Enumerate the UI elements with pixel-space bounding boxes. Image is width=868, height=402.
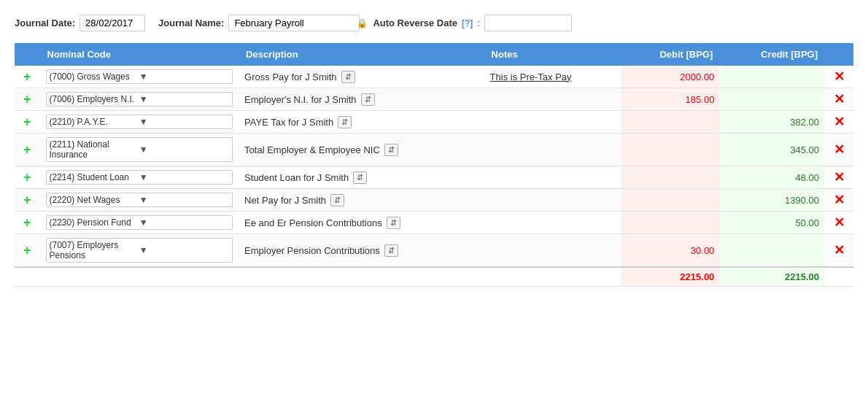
delete-row-button[interactable]: ✕ [831,115,848,128]
col-nominal-header: Nominal Code [40,43,239,66]
delete-row-button[interactable]: ✕ [831,93,848,106]
table-row: +(2220) Net Wages▼Net Pay for J Smith⇵13… [15,189,853,212]
debit-cell [621,166,720,189]
delete-row-button[interactable]: ✕ [831,70,848,83]
totals-row: 2215.002215.00 [15,267,853,287]
debit-cell: 185.00 [621,88,720,111]
chevron-down-icon[interactable]: ▼ [139,144,229,155]
description-cell: PAYE Tax for J Smith⇵ [244,116,478,128]
nominal-code-select[interactable]: (2220) Net Wages▼ [46,193,233,207]
auto-reverse-group: Auto Reverse Date [?]: [373,15,572,31]
table-row: +(2214) Student Loan▼Student Loan for J … [15,166,853,189]
credit-cell [720,234,825,268]
col-description-header: Description [239,43,484,66]
auto-reverse-help[interactable]: [?] [462,18,473,28]
lock-icon: 🔒 [357,18,368,28]
nominal-code-select[interactable]: (2230) Pension Fund▼ [46,215,233,230]
chevron-down-icon[interactable]: ▼ [139,117,229,127]
nominal-code-value: (7000) Gross Wages [50,71,139,82]
nominal-code-select[interactable]: (2210) P.A.Y.E.▼ [46,115,233,129]
auto-reverse-input[interactable] [484,15,572,31]
description-cell: Net Pay for J Smith⇵ [244,194,478,206]
col-debit-header: Debit [BPG] [621,43,720,66]
debit-cell [621,212,720,234]
journal-name-label: Journal Name: [158,18,224,28]
description-cell: Total Employer & Employee NIC⇵ [244,144,478,156]
table-row: +(7006) Employers N.I.▼Employer's N.I. f… [15,88,853,111]
total-debit: 2215.00 [621,267,720,287]
col-credit-header: Credit [BPG] [720,43,825,66]
sort-button[interactable]: ⇵ [353,171,367,184]
sort-button[interactable]: ⇵ [384,144,398,156]
description-text: Total Employer & Employee NIC [244,144,380,155]
chevron-down-icon[interactable]: ▼ [139,172,229,182]
credit-cell [720,88,825,111]
nominal-code-value: (7007) Employers Pensions [50,240,139,260]
chevron-down-icon[interactable]: ▼ [139,94,229,104]
notes-cell [484,234,621,268]
delete-row-button[interactable]: ✕ [831,244,848,257]
add-row-button[interactable]: + [20,193,34,206]
table-row: +(7007) Employers Pensions▼Employer Pens… [15,234,853,268]
table-row: +(2211) National Insurance▼Total Employe… [15,134,853,166]
add-row-button[interactable]: + [20,143,34,156]
add-row-button[interactable]: + [20,115,34,128]
description-cell: Ee and Er Pension Contributions⇵ [244,217,478,229]
sort-button[interactable]: ⇵ [384,244,398,257]
delete-row-button[interactable]: ✕ [831,143,848,156]
table-row: +(2230) Pension Fund▼Ee and Er Pension C… [15,212,853,234]
journal-name-input[interactable] [234,18,357,28]
sort-button[interactable]: ⇵ [330,194,344,206]
sort-button[interactable]: ⇵ [341,71,355,83]
journal-date-label: Journal Date: [15,18,75,28]
add-row-button[interactable]: + [20,171,34,184]
notes-cell [484,189,621,212]
description-text: PAYE Tax for J Smith [244,117,333,128]
credit-cell: 1390.00 [720,189,825,212]
add-row-button[interactable]: + [20,244,34,257]
journal-date-input[interactable] [80,15,145,31]
debit-cell [621,134,720,166]
nominal-code-value: (2211) National Insurance [50,139,139,160]
credit-cell: 48.00 [720,166,825,189]
description-text: Student Loan for J Smith [244,172,349,183]
col-notes-header: Notes [484,43,621,66]
nominal-code-value: (2230) Pension Fund [50,217,139,228]
col-add [15,43,40,66]
nominal-code-value: (2214) Student Loan [50,172,139,182]
debit-cell: 30.00 [621,234,720,268]
chevron-down-icon[interactable]: ▼ [139,195,229,205]
sort-button[interactable]: ⇵ [338,116,352,128]
delete-row-button[interactable]: ✕ [831,193,848,206]
chevron-down-icon[interactable]: ▼ [139,71,229,82]
sort-button[interactable]: ⇵ [361,93,375,106]
chevron-down-icon[interactable]: ▼ [139,245,229,255]
description-text: Employer's N.I. for J Smith [244,94,356,105]
debit-cell: 2000.00 [621,66,720,88]
credit-cell: 50.00 [720,212,825,234]
nominal-code-value: (7006) Employers N.I. [50,94,139,104]
add-row-button[interactable]: + [20,216,34,229]
nominal-code-select[interactable]: (7000) Gross Wages▼ [46,69,233,84]
notes-cell [484,166,621,189]
nominal-code-select[interactable]: (7006) Employers N.I.▼ [46,92,233,107]
delete-row-button[interactable]: ✕ [831,216,848,229]
chevron-down-icon[interactable]: ▼ [139,217,229,228]
journal-table: Nominal Code Description Notes Debit [BP… [15,43,853,287]
nominal-code-value: (2210) P.A.Y.E. [50,117,139,127]
nominal-code-select[interactable]: (7007) Employers Pensions▼ [46,238,233,263]
add-row-button[interactable]: + [20,93,34,106]
notes-cell [484,88,621,111]
description-text: Ee and Er Pension Contributions [244,217,382,228]
journal-date-group: Journal Date: [15,15,145,31]
debit-cell [621,111,720,134]
sort-button[interactable]: ⇵ [387,217,400,229]
add-row-button[interactable]: + [20,70,34,83]
nominal-code-select[interactable]: (2211) National Insurance▼ [46,137,233,162]
nominal-code-select[interactable]: (2214) Student Loan▼ [46,170,233,185]
delete-row-button[interactable]: ✕ [831,171,848,184]
journal-name-wrapper: 🔒 [228,15,360,31]
nominal-code-value: (2220) Net Wages [50,195,139,205]
notes-cell [484,212,621,234]
description-text: Net Pay for J Smith [244,195,326,206]
